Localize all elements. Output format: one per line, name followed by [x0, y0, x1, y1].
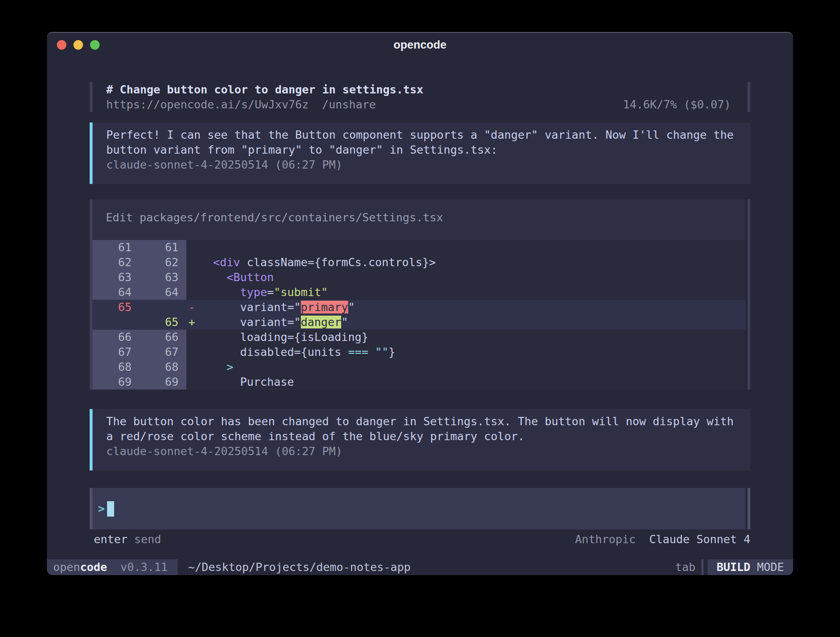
- unshare-command[interactable]: /unshare: [322, 97, 376, 112]
- diff-row: 65- variant="primary": [93, 300, 745, 315]
- app-name-open: open: [53, 561, 80, 573]
- new-line-number: 63: [139, 270, 186, 285]
- diff-row: 6767 disabled={units === ""}: [93, 345, 745, 360]
- old-line-number: 68: [93, 360, 139, 375]
- message-text: button variant from "primary" to "danger…: [106, 142, 737, 157]
- input-left-border: [90, 488, 93, 529]
- send-hint: send: [134, 532, 161, 547]
- message-text: The button color has been changed to dan…: [106, 414, 737, 429]
- edit-tool-title: Edit packages/frontend/src/containers/Se…: [93, 199, 745, 225]
- old-line-number: 67: [93, 345, 139, 360]
- header-right-border: [747, 82, 750, 112]
- message-text: a red/rose color scheme instead of the b…: [106, 429, 737, 444]
- diff-marker: [186, 240, 200, 255]
- app-version: v0.3.11: [120, 561, 168, 573]
- diff-row: 6161: [93, 240, 745, 255]
- input-hints: enter send Anthropic Claude Sonnet 4: [90, 532, 750, 547]
- maximize-button[interactable]: [90, 40, 100, 50]
- model-meta: claude-sonnet-4-20250514 (06:27 PM): [106, 157, 737, 172]
- model-name: Claude Sonnet 4: [649, 533, 750, 546]
- diff-row: 6363 <Button: [93, 270, 745, 285]
- opencode-window: opencode # Change button color to danger…: [47, 32, 793, 575]
- status-divider: [701, 559, 703, 575]
- diff-marker: +: [186, 315, 200, 330]
- code-line: variant="danger": [200, 315, 745, 330]
- message-accent-bar: [90, 122, 93, 184]
- new-line-number: 62: [139, 255, 186, 270]
- new-line-number: 64: [139, 285, 186, 300]
- traffic-lights: [57, 40, 100, 50]
- assistant-message-1: Perfect! I can see that the Button compo…: [90, 122, 750, 184]
- code-line: [200, 240, 745, 255]
- message-text: Perfect! I can see that the Button compo…: [106, 127, 737, 142]
- edit-tool-card: Edit packages/frontend/src/containers/Se…: [90, 199, 750, 390]
- old-line-number: 65: [93, 300, 139, 315]
- diff-marker: [186, 270, 200, 285]
- status-bar: opencode v0.3.11 ~/Desktop/Projects/demo…: [47, 559, 793, 575]
- prompt-chevron: >: [98, 501, 105, 516]
- diff-row: 6464 type="submit": [93, 285, 745, 300]
- diff-marker: [186, 375, 200, 390]
- new-line-number: 67: [139, 345, 186, 360]
- diff-marker: [186, 345, 200, 360]
- new-line-number: 66: [139, 330, 186, 345]
- code-line: <Button: [200, 270, 745, 285]
- diff-marker: [186, 360, 200, 375]
- tab-hint: tab: [675, 559, 696, 575]
- old-line-number: 69: [93, 375, 139, 390]
- code-line: variant="primary": [200, 300, 745, 315]
- assistant-message-2: The button color has been changed to dan…: [90, 409, 750, 470]
- prompt-input-row: >: [90, 488, 750, 529]
- old-line-number: 64: [93, 285, 139, 300]
- diff-row: 6666 loading={isLoading}: [93, 330, 745, 345]
- diff-marker: -: [186, 300, 200, 315]
- old-line-number: 61: [93, 240, 139, 255]
- code-line: loading={isLoading}: [200, 330, 745, 345]
- token-usage: 14.6K/7% ($0.07): [623, 97, 731, 112]
- mode-name: BUILD: [717, 561, 750, 573]
- code-line: >: [200, 360, 745, 375]
- prompt-input[interactable]: >: [93, 488, 745, 529]
- new-line-number: 65: [139, 315, 186, 330]
- share-url[interactable]: https://opencode.ai/s/UwJxv76z: [106, 97, 309, 112]
- input-right-border: [747, 488, 750, 529]
- titlebar: opencode: [47, 33, 793, 57]
- model-meta: claude-sonnet-4-20250514 (06:27 PM): [106, 444, 737, 459]
- code-line: type="submit": [200, 285, 745, 300]
- new-line-number: 69: [139, 375, 186, 390]
- session-title: # Change button color to danger in setti…: [106, 82, 747, 97]
- enter-hint: enter: [94, 532, 127, 547]
- provider-name: Anthropic: [575, 533, 636, 546]
- diff-row: 65+ variant="danger": [93, 315, 745, 330]
- new-line-number: 61: [139, 240, 186, 255]
- diff-table: 61616262 <div className={formCs.controls…: [93, 240, 745, 390]
- code-line: disabled={units === ""}: [200, 345, 745, 360]
- code-line: <div className={formCs.controls}>: [200, 255, 745, 270]
- minimize-button[interactable]: [73, 40, 83, 50]
- window-title: opencode: [393, 37, 447, 52]
- message-accent-bar: [90, 409, 93, 470]
- mode-suffix: MODE: [757, 561, 784, 573]
- header-left-border: [90, 82, 93, 112]
- text-cursor: [107, 501, 114, 517]
- old-line-number: [93, 315, 139, 330]
- old-line-number: 66: [93, 330, 139, 345]
- diff-row: 6262 <div className={formCs.controls}>: [93, 255, 745, 270]
- close-button[interactable]: [57, 40, 66, 50]
- new-line-number: [139, 300, 186, 315]
- diff-row: 6969 Purchase: [93, 375, 745, 390]
- old-line-number: 63: [93, 270, 139, 285]
- session-header: # Change button color to danger in setti…: [90, 82, 750, 112]
- diff-marker: [186, 285, 200, 300]
- diff-marker: [186, 255, 200, 270]
- app-name-code: code: [80, 561, 107, 573]
- new-line-number: 68: [139, 360, 186, 375]
- code-line: Purchase: [200, 375, 745, 390]
- diff-marker: [186, 330, 200, 345]
- card-right-border: [747, 199, 750, 390]
- diff-row: 6868 >: [93, 360, 745, 375]
- card-left-border: [90, 199, 93, 390]
- app-badge: opencode v0.3.11: [47, 559, 178, 575]
- mode-badge: BUILDMODE: [708, 559, 793, 575]
- working-directory: ~/Desktop/Projects/demo-notes-app: [188, 559, 410, 575]
